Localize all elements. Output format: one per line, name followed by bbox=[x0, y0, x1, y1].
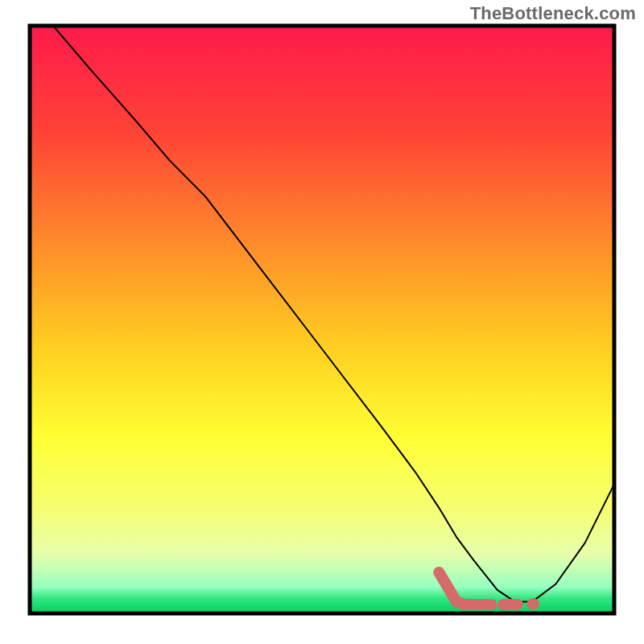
plot-gradient-panel bbox=[30, 26, 614, 613]
chart-svg bbox=[0, 0, 644, 644]
chart-frame: TheBottleneck.com bbox=[0, 0, 644, 644]
